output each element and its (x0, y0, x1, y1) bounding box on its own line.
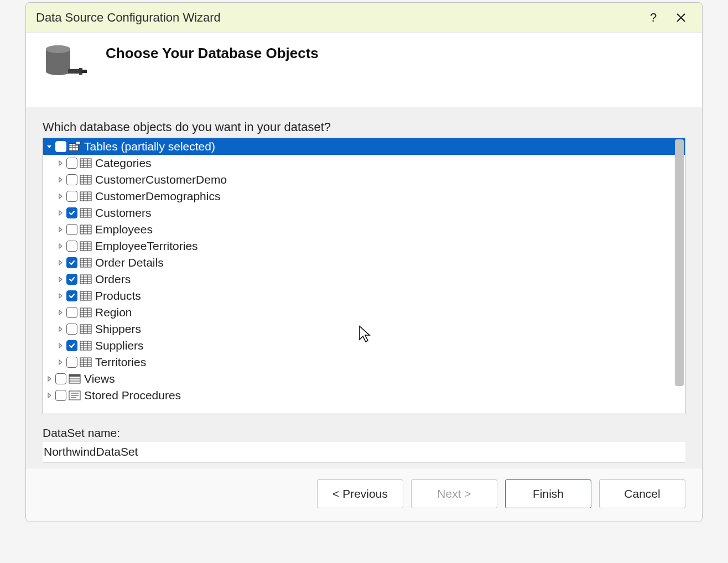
finish-button[interactable]: Finish (505, 479, 591, 508)
svg-point-2 (46, 67, 70, 75)
chevron-right-icon[interactable] (56, 343, 64, 348)
tree-node-table[interactable]: Orders (43, 271, 685, 288)
tree-node-table[interactable]: Shippers (43, 321, 685, 337)
tree-item-label: Region (95, 306, 132, 319)
table-icon (80, 307, 92, 318)
prompt-text: Which database objects do you want in yo… (43, 120, 685, 134)
tree-node-table[interactable]: Customers (43, 205, 685, 221)
chevron-right-icon[interactable] (56, 260, 64, 265)
tree-item-label: Employees (95, 223, 153, 236)
tree-item-label: Tables (partially selected) (84, 140, 215, 153)
scrollbar-thumb[interactable] (675, 139, 684, 386)
chevron-right-icon[interactable] (56, 359, 64, 365)
tree-node-table[interactable]: Region (43, 304, 685, 321)
tree-node-tables[interactable]: Tables (partially selected) (43, 138, 685, 155)
help-icon: ? (650, 11, 657, 25)
tree-node-views[interactable]: Views (43, 371, 685, 387)
checkbox[interactable] (55, 373, 66, 384)
table-icon (80, 241, 92, 252)
dataset-name-input[interactable] (43, 442, 685, 462)
body: Which database objects do you want in yo… (26, 107, 702, 468)
table-icon (80, 158, 92, 169)
views-icon (69, 373, 81, 384)
checkbox[interactable] (66, 191, 77, 202)
tree-item-label: Orders (95, 273, 131, 286)
tree-item-label: Territories (95, 356, 146, 369)
svg-rect-4 (68, 69, 80, 74)
chevron-down-icon[interactable] (45, 144, 53, 149)
checkbox[interactable] (66, 207, 77, 218)
tree-node-table[interactable]: EmployeeTerritories (43, 238, 685, 254)
tree-item-label: Products (95, 289, 141, 303)
tree-node-table[interactable]: Categories (43, 155, 685, 171)
tree-item-label: Views (84, 372, 115, 385)
tree-node-table[interactable]: Territories (43, 354, 685, 371)
tree-node-table[interactable]: Products (43, 288, 685, 304)
chevron-right-icon[interactable] (56, 243, 64, 249)
tree-node-table[interactable]: Suppliers (43, 337, 685, 354)
tree-item-label: Stored Procedures (84, 389, 181, 402)
table-icon (80, 224, 92, 235)
help-button[interactable]: ? (642, 7, 664, 29)
chevron-right-icon[interactable] (45, 393, 53, 398)
chevron-right-icon[interactable] (56, 277, 64, 282)
tree-item-label: CustomerCustomerDemo (95, 173, 227, 186)
table-icon (80, 257, 92, 268)
svg-rect-12 (76, 142, 80, 145)
page-title: Choose Your Database Objects (106, 45, 319, 62)
chevron-right-icon[interactable] (56, 310, 64, 315)
svg-rect-92 (69, 374, 80, 377)
titlebar: Data Source Configuration Wizard ? (26, 3, 702, 33)
tree-node-table[interactable]: CustomerDemographics (43, 188, 685, 205)
previous-button[interactable]: < Previous (317, 479, 403, 508)
object-tree[interactable]: Tables (partially selected)CategoriesCus… (43, 138, 685, 414)
chevron-right-icon[interactable] (56, 177, 64, 183)
next-button[interactable]: Next > (411, 479, 497, 508)
table-icon (80, 274, 92, 285)
tree-node-stored-procedures[interactable]: Stored Procedures (43, 387, 685, 404)
checkbox[interactable] (66, 290, 77, 301)
close-button[interactable] (670, 7, 692, 29)
chevron-right-icon[interactable] (45, 376, 53, 382)
checkbox[interactable] (55, 141, 66, 152)
chevron-right-icon[interactable] (56, 160, 64, 166)
tables-icon (69, 141, 81, 152)
checkbox[interactable] (66, 324, 77, 335)
tree-node-table[interactable]: CustomerCustomerDemo (43, 171, 685, 188)
chevron-right-icon[interactable] (56, 293, 64, 299)
table-icon (80, 290, 92, 301)
checkbox[interactable] (66, 307, 77, 318)
checkbox[interactable] (66, 257, 77, 268)
chevron-right-icon[interactable] (56, 210, 64, 216)
tree-node-table[interactable]: Employees (43, 221, 685, 238)
table-icon (80, 340, 92, 351)
table-icon (80, 191, 92, 202)
table-icon (80, 207, 92, 218)
checkbox[interactable] (66, 357, 77, 368)
checkbox[interactable] (66, 340, 77, 351)
table-icon (80, 174, 92, 185)
checkbox[interactable] (55, 390, 66, 401)
table-icon (80, 357, 92, 368)
tree-item-label: Categories (95, 157, 152, 170)
svg-rect-6 (81, 70, 87, 73)
checkbox[interactable] (66, 241, 77, 252)
chevron-right-icon[interactable] (56, 194, 64, 199)
chevron-right-icon[interactable] (56, 326, 64, 332)
cancel-button[interactable]: Cancel (599, 479, 685, 508)
checkbox[interactable] (66, 158, 77, 169)
footer: < Previous Next > Finish Cancel (26, 468, 702, 522)
checkbox[interactable] (66, 174, 77, 185)
tree-item-label: Shippers (95, 322, 141, 336)
tree-item-label: Suppliers (95, 339, 144, 352)
checkbox[interactable] (66, 274, 77, 285)
svg-point-3 (46, 45, 70, 53)
window-title: Data Source Configuration Wizard (36, 11, 637, 25)
checkbox[interactable] (66, 224, 77, 235)
tree-node-table[interactable]: Order Details (43, 254, 685, 271)
tree-item-label: CustomerDemographics (95, 190, 220, 203)
tree-item-label: Order Details (95, 256, 164, 269)
chevron-right-icon[interactable] (56, 227, 64, 232)
tree-item-label: EmployeeTerritories (95, 239, 198, 253)
tree-item-label: Customers (95, 206, 152, 220)
